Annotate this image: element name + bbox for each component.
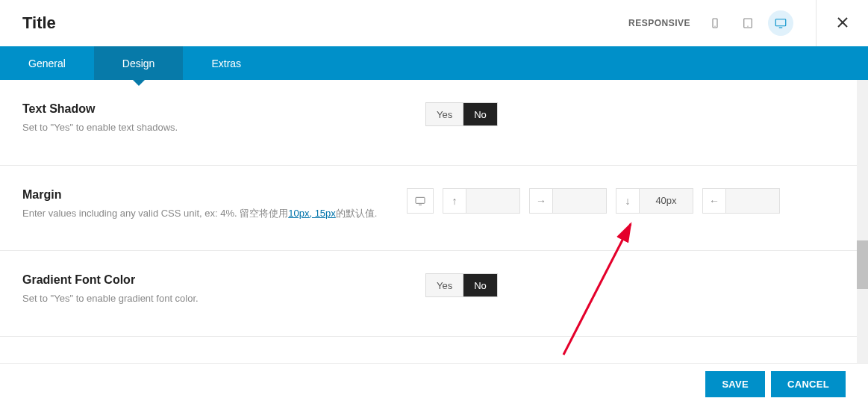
page-title: Title [22, 13, 56, 33]
margin-top-group: ↑ [443, 188, 520, 214]
arrow-up-icon: ↑ [443, 188, 466, 214]
mobile-icon [708, 16, 722, 30]
device-mobile-button[interactable] [702, 10, 728, 36]
tab-general[interactable]: General [0, 46, 94, 80]
arrow-left-icon: ← [702, 188, 726, 214]
arrow-down-icon: ↓ [616, 188, 640, 214]
scrollbar-thumb[interactable] [857, 240, 868, 289]
margin-left-input[interactable] [726, 188, 780, 214]
section-left: Text Shadow Set to "Yes" to enable text … [22, 102, 388, 135]
body-area: Text Shadow Set to "Yes" to enable text … [0, 80, 857, 363]
responsive-label: RESPONSIVE [628, 18, 690, 28]
header-right: RESPONSIVE [628, 0, 846, 46]
margin-title: Margin [22, 188, 388, 202]
gradient-title: Gradient Font Color [22, 273, 388, 287]
margin-desc-suffix: 的默认值. [336, 208, 378, 219]
desktop-icon [774, 16, 787, 30]
margin-right-input[interactable] [553, 188, 607, 214]
margin-left-group: ← [702, 188, 780, 214]
desktop-icon [414, 195, 426, 207]
scrollbar-track[interactable] [857, 80, 868, 363]
close-column [816, 0, 868, 46]
section-margin: Margin Enter values including any valid … [0, 166, 857, 252]
svg-rect-4 [775, 19, 786, 26]
margin-default-link[interactable]: 10px, 15px [288, 208, 336, 219]
margin-bottom-input[interactable] [640, 188, 693, 214]
gradient-desc: Set to "Yes" to enable gradient font col… [22, 291, 388, 306]
header: Title RESPONSIVE [0, 0, 868, 46]
arrow-right-icon: → [529, 188, 553, 214]
margin-desc-prefix: Enter values including any valid CSS uni… [22, 208, 288, 219]
tab-design[interactable]: Design [94, 46, 184, 80]
cancel-button[interactable]: CANCEL [771, 371, 846, 397]
tabs: General Design Extras [0, 46, 868, 80]
text-shadow-no[interactable]: No [463, 103, 497, 125]
gradient-yes[interactable]: Yes [426, 274, 463, 296]
margin-responsive-button[interactable] [407, 188, 434, 214]
margin-top-input[interactable] [466, 188, 520, 214]
text-shadow-yes[interactable]: Yes [426, 103, 463, 125]
svg-point-1 [714, 26, 715, 27]
section-right: Yes No [388, 273, 834, 306]
close-button[interactable] [837, 15, 849, 32]
footer: SAVE CANCEL [0, 363, 868, 404]
margin-right-group: → [529, 188, 607, 214]
svg-point-3 [747, 26, 748, 27]
save-button[interactable]: SAVE [705, 371, 765, 397]
device-tablet-button[interactable] [735, 10, 761, 36]
section-left: Gradient Font Color Set to "Yes" to enab… [22, 273, 388, 306]
section-left: Margin Enter values including any valid … [22, 188, 388, 221]
gradient-toggle: Yes No [425, 273, 498, 297]
tablet-icon [741, 16, 755, 30]
margin-controls: ↑ → ↓ ← [407, 188, 780, 214]
section-gradient: Gradient Font Color Set to "Yes" to enab… [0, 251, 857, 337]
text-shadow-title: Text Shadow [22, 102, 388, 116]
margin-bottom-group: ↓ [616, 188, 693, 214]
text-shadow-desc: Set to "Yes" to enable text shadows. [22, 120, 388, 135]
text-shadow-toggle: Yes No [425, 102, 498, 126]
gradient-no[interactable]: No [463, 274, 497, 296]
section-right: ↑ → ↓ ← [388, 188, 834, 221]
device-desktop-button[interactable] [768, 10, 793, 36]
close-icon [837, 16, 849, 28]
tab-extras[interactable]: Extras [183, 46, 269, 80]
section-right: Yes No [388, 102, 834, 135]
margin-desc: Enter values including any valid CSS uni… [22, 206, 388, 221]
section-text-shadow: Text Shadow Set to "Yes" to enable text … [0, 80, 857, 166]
svg-rect-8 [416, 197, 425, 203]
